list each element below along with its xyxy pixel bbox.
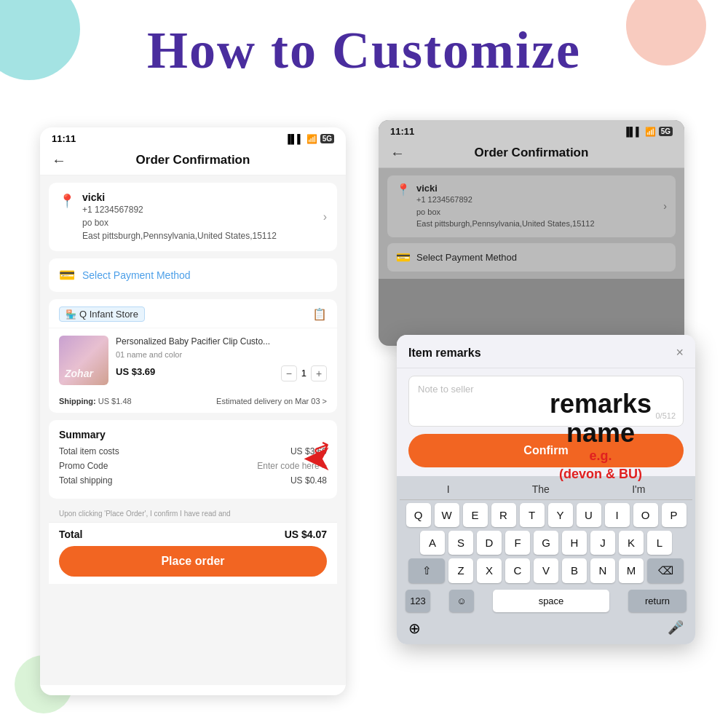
key-m[interactable]: M xyxy=(619,558,644,583)
key-c[interactable]: C xyxy=(505,558,530,583)
back-arrow-right[interactable]: ← xyxy=(390,145,405,162)
keyboard-row-1: Q W E R T Y U I O P xyxy=(403,503,689,527)
key-o[interactable]: O xyxy=(633,503,658,527)
address-arrow: › xyxy=(323,210,327,223)
key-return[interactable]: return xyxy=(628,590,687,612)
address-name: vicki xyxy=(82,191,316,203)
back-arrow-left[interactable]: ← xyxy=(52,152,66,169)
right-payment-card: 💳 Select Payment Method xyxy=(387,243,676,272)
payment-label: Select Payment Method xyxy=(82,269,191,281)
key-b[interactable]: B xyxy=(562,558,587,583)
key-j[interactable]: J xyxy=(590,531,615,555)
key-g[interactable]: G xyxy=(534,531,558,555)
key-z[interactable]: Z xyxy=(448,558,473,583)
key-k[interactable]: K xyxy=(619,531,644,555)
address-info: vicki +1 1234567892 po box East pittsbur… xyxy=(82,191,316,242)
status-bar-left: 11:11 ▐▌▌ 📶 5G xyxy=(40,127,346,147)
key-n[interactable]: N xyxy=(590,558,615,583)
product-name: Personalized Baby Pacifier Clip Custo... xyxy=(116,336,327,348)
key-y[interactable]: Y xyxy=(548,503,573,527)
status-time-right: 11:11 xyxy=(390,126,414,137)
right-addr-name: vicki xyxy=(416,183,657,194)
remarks-close-button[interactable]: × xyxy=(676,345,684,360)
shipping-cost: US $1.48 xyxy=(98,397,132,405)
key-u[interactable]: U xyxy=(577,503,601,527)
keyboard: I The I'm Q W E R T Y U I O P A S D F xyxy=(397,476,695,644)
right-payment-label: Select Payment Method xyxy=(416,252,517,263)
keyboard-row-2: A S D F G H J K L xyxy=(403,531,689,555)
header-title-right: Order Confirmation xyxy=(475,146,589,160)
store-note-icon[interactable]: 📋 xyxy=(312,307,327,321)
store-name-badge[interactable]: 🏪 Q Infant Store xyxy=(59,306,145,322)
phone-header-left: ← Order Confirmation xyxy=(40,147,346,175)
place-order-button[interactable]: Place order xyxy=(59,546,327,577)
phone-body-left: 📍 vicki +1 1234567892 po box East pittsb… xyxy=(40,175,346,685)
product-img-text: Zohar xyxy=(65,368,93,379)
product-variant: 01 name and color xyxy=(116,350,327,359)
shipping-label-summary: Total shipping xyxy=(59,475,112,486)
left-phone: 11:11 ▐▌▌ 📶 5G ← Order Confirmation 📍 vi… xyxy=(40,127,346,695)
store-icon: 🏪 xyxy=(66,309,76,320)
product-image: Zohar xyxy=(59,336,108,385)
status-bar-right: 11:11 ▐▌▌ 📶 5G xyxy=(379,120,684,140)
remarks-counter: 0/512 xyxy=(655,411,676,420)
key-globe[interactable]: ⊕ xyxy=(408,620,421,637)
key-space[interactable]: space xyxy=(493,590,609,612)
key-e[interactable]: E xyxy=(463,503,488,527)
key-w[interactable]: W xyxy=(435,503,459,527)
key-x[interactable]: X xyxy=(477,558,502,583)
key-shift[interactable]: ⇧ xyxy=(408,558,445,583)
total-row: Total US $4.07 xyxy=(59,529,327,540)
key-123[interactable]: 123 xyxy=(405,590,430,612)
address-city: East pittsburgh,Pennsylvania,United Stat… xyxy=(82,229,316,242)
key-h[interactable]: H xyxy=(562,531,587,555)
key-p[interactable]: P xyxy=(662,503,687,527)
right-phone: 11:11 ▐▌▌ 📶 5G ← Order Confirmation 📍 vi… xyxy=(379,120,684,346)
key-mic[interactable]: 🎤 xyxy=(668,620,684,637)
disclaimer-text: Upon clicking 'Place Order', I confirm I… xyxy=(49,506,337,522)
key-t[interactable]: T xyxy=(520,503,545,527)
promo-label: Promo Code xyxy=(59,461,108,471)
right-addr-arrow: › xyxy=(663,200,667,212)
shipping-row: Shipping: US $1.48 Estimated delivery on… xyxy=(49,392,337,413)
address-card[interactable]: 📍 vicki +1 1234567892 po box East pittsb… xyxy=(49,183,337,251)
store-header: 🏪 Q Infant Store 📋 xyxy=(49,299,337,328)
key-l[interactable]: L xyxy=(647,531,672,555)
key-v[interactable]: V xyxy=(534,558,558,583)
total-label: Total xyxy=(59,529,82,540)
key-q[interactable]: Q xyxy=(406,503,431,527)
key-a[interactable]: A xyxy=(420,531,445,555)
payment-icon: 💳 xyxy=(59,267,75,283)
confirm-button[interactable]: Confirm xyxy=(408,434,684,467)
remarks-title: Item remarks xyxy=(408,347,481,360)
suggestion-the[interactable]: The xyxy=(532,483,550,495)
key-r[interactable]: R xyxy=(491,503,516,527)
right-location-icon: 📍 xyxy=(396,183,411,197)
suggestion-im[interactable]: I'm xyxy=(632,483,645,495)
keyboard-suggestions: I The I'm xyxy=(400,480,692,500)
key-emoji[interactable]: ☺ xyxy=(449,590,474,612)
product-price: US $3.69 xyxy=(116,366,155,377)
keyboard-row-3: ⇧ Z X C V B N M ⌫ xyxy=(403,558,689,583)
key-f[interactable]: F xyxy=(505,531,530,555)
page-title: How to Customize xyxy=(0,20,728,81)
payment-card[interactable]: 💳 Select Payment Method xyxy=(49,258,337,292)
key-d[interactable]: D xyxy=(477,531,502,555)
address-line: po box xyxy=(82,216,316,229)
remarks-placeholder: Note to seller xyxy=(418,384,474,395)
qty-minus[interactable]: − xyxy=(281,365,297,381)
location-icon: 📍 xyxy=(59,193,75,209)
bottom-bar: Total US $4.07 Place order xyxy=(49,522,337,584)
store-name: Q Infant Store xyxy=(79,309,138,320)
summary-promo[interactable]: Promo Code Enter code here > xyxy=(59,461,327,471)
keyboard-bottom: 123 ☺ space return xyxy=(400,587,692,617)
right-addr-info: vicki +1 1234567892 po box East pittsbur… xyxy=(416,183,657,230)
status-time-left: 11:11 xyxy=(52,133,76,144)
status-icons-left: ▐▌▌ 📶 5G xyxy=(285,134,334,144)
key-backspace[interactable]: ⌫ xyxy=(647,558,684,583)
qty-plus[interactable]: + xyxy=(311,365,327,381)
key-s[interactable]: S xyxy=(448,531,473,555)
suggestion-i[interactable]: I xyxy=(447,483,450,495)
item-costs-label: Total item costs xyxy=(59,446,119,456)
key-i[interactable]: I xyxy=(605,503,630,527)
